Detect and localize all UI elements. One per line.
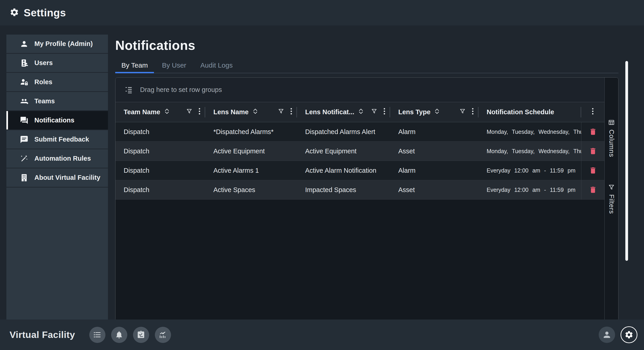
sidebar-item-label: Users (34, 59, 53, 67)
side-panel-tab-filters[interactable]: Filters (608, 184, 615, 214)
brand-title: Virtual Facility (10, 330, 75, 340)
analytics-button[interactable] (155, 327, 171, 343)
sidebar-item-my-profile[interactable]: My Profile (Admin) (6, 34, 108, 53)
side-panel-tab-columns[interactable]: Columns (608, 119, 615, 157)
building-icon (20, 173, 28, 182)
cell-team-name: Dispatch (116, 180, 205, 199)
filter-icon (608, 184, 615, 191)
sidebar-item-label: About Virtual Facility (34, 174, 100, 181)
tab-by-team[interactable]: By Team (115, 61, 154, 73)
filter-icon[interactable] (371, 108, 377, 116)
column-menu-icon[interactable] (472, 108, 474, 116)
cell-lens-name: Active Equipment (205, 142, 297, 161)
clipboard-icon (137, 331, 145, 339)
list-icon (93, 331, 102, 339)
filter-icon[interactable] (186, 108, 192, 116)
side-panel-label: Columns (608, 129, 615, 157)
column-menu-icon[interactable] (592, 108, 594, 116)
trash-icon (589, 185, 597, 194)
columns-icon (608, 119, 615, 126)
cell-actions (581, 142, 604, 161)
settings-page: Settings My Profile (Admin) Users Roles … (0, 0, 644, 350)
cell-lens-name: Active Alarms 1 (205, 161, 297, 180)
drag-hint-text: Drag here to set row groups (140, 86, 222, 93)
cell-lens-notification: Impacted Spaces (297, 180, 390, 199)
trash-icon (589, 147, 597, 155)
sidebar-item-automation-rules[interactable]: Automation Rules (6, 149, 108, 168)
table-row: Dispatch Active Equipment Active Equipme… (116, 142, 604, 161)
person-lock-icon (20, 78, 28, 86)
sidebar-item-users[interactable]: Users (6, 54, 108, 72)
sort-icon[interactable] (252, 108, 258, 116)
table-row: Dispatch Active Spaces Impacted Spaces A… (116, 180, 604, 200)
settings-sidebar: My Profile (Admin) Users Roles Teams Not… (6, 34, 108, 320)
delete-notification-button[interactable] (589, 127, 597, 136)
app-title: Settings (24, 6, 66, 19)
cell-lens-notification: Active Equipment (297, 142, 390, 161)
cell-lens-type: Asset (390, 142, 478, 161)
delete-notification-button[interactable] (589, 185, 597, 194)
column-menu-icon[interactable] (383, 108, 386, 116)
lens-list-button[interactable] (89, 327, 106, 343)
cell-lens-type: Alarm (390, 122, 478, 141)
sidebar-item-about[interactable]: About Virtual Facility (6, 168, 108, 187)
sidebar-item-submit-feedback[interactable]: Submit Feedback (6, 130, 108, 149)
person-icon (20, 40, 28, 48)
gear-icon (10, 7, 19, 18)
column-menu-icon[interactable] (198, 108, 200, 116)
cell-lens-type: Alarm (390, 161, 478, 180)
sidebar-item-roles[interactable]: Roles (6, 73, 108, 91)
tab-audit-logs[interactable]: Audit Logs (194, 61, 239, 73)
filter-icon[interactable] (459, 108, 466, 116)
sidebar-item-label: My Profile (Admin) (34, 40, 93, 47)
row-groups-icon (124, 86, 133, 94)
column-header-team-name[interactable]: Team Name (116, 102, 205, 122)
sidebar-item-teams[interactable]: Teams (6, 92, 108, 110)
tab-by-user[interactable]: By User (156, 61, 192, 73)
cell-lens-notification: Dispatched Alarms Alert (297, 122, 390, 141)
column-header-lens-name[interactable]: Lens Name (205, 102, 297, 122)
side-panel-label: Filters (608, 194, 615, 214)
sidebar-item-label: Notifications (34, 116, 74, 124)
sort-icon[interactable] (434, 108, 440, 116)
grid-table-area: Drag here to set row groups Team Name Le… (116, 78, 604, 321)
column-header-lens-notification[interactable]: Lens Notificat... (297, 102, 390, 122)
cell-notification-schedule: Everyday 12:00 am - 11:59 pm (478, 180, 581, 199)
sidebar-filler (6, 188, 108, 320)
column-header-notification-schedule[interactable]: Notification Schedule (478, 102, 581, 122)
cell-notification-schedule: Monday, Tuesday, Wednesday, Thursday (478, 122, 581, 141)
cell-actions (581, 180, 604, 199)
user-avatar-button[interactable] (599, 327, 615, 343)
sidebar-item-label: Automation Rules (34, 155, 91, 162)
delete-notification-button[interactable] (589, 147, 597, 155)
sidebar-item-notifications[interactable]: Notifications (6, 111, 108, 129)
chart-icon (158, 331, 167, 339)
column-header-lens-type[interactable]: Lens Type (390, 102, 478, 122)
filter-icon[interactable] (278, 108, 284, 116)
vertical-scrollbar[interactable] (625, 61, 628, 261)
cell-team-name: Dispatch (116, 122, 205, 141)
settings-button-active[interactable] (620, 326, 638, 343)
row-group-drop-zone[interactable]: Drag here to set row groups (116, 78, 604, 102)
bell-icon (115, 331, 124, 339)
column-menu-icon[interactable] (290, 108, 292, 116)
comment-icon (20, 135, 28, 144)
column-header-actions[interactable] (581, 102, 604, 122)
sort-icon[interactable] (358, 108, 364, 116)
cell-lens-name: Active Spaces (205, 180, 297, 199)
cell-actions (581, 122, 604, 141)
notifications-button[interactable] (111, 327, 127, 343)
app-header: Settings (0, 0, 644, 25)
work-orders-button[interactable] (133, 327, 149, 343)
grid-empty-area (116, 200, 604, 321)
sort-icon[interactable] (164, 108, 170, 116)
page-title: Notifications (115, 38, 644, 53)
delete-notification-button[interactable] (589, 166, 597, 175)
table-row: Dispatch Active Alarms 1 Active Alarm No… (116, 161, 604, 180)
sidebar-item-label: Submit Feedback (34, 136, 89, 143)
sidebar-item-label: Teams (34, 97, 55, 105)
sidebar-item-label: Roles (34, 78, 52, 86)
trash-icon (589, 127, 597, 136)
magic-wand-icon (20, 154, 28, 163)
group-add-icon (20, 97, 28, 106)
